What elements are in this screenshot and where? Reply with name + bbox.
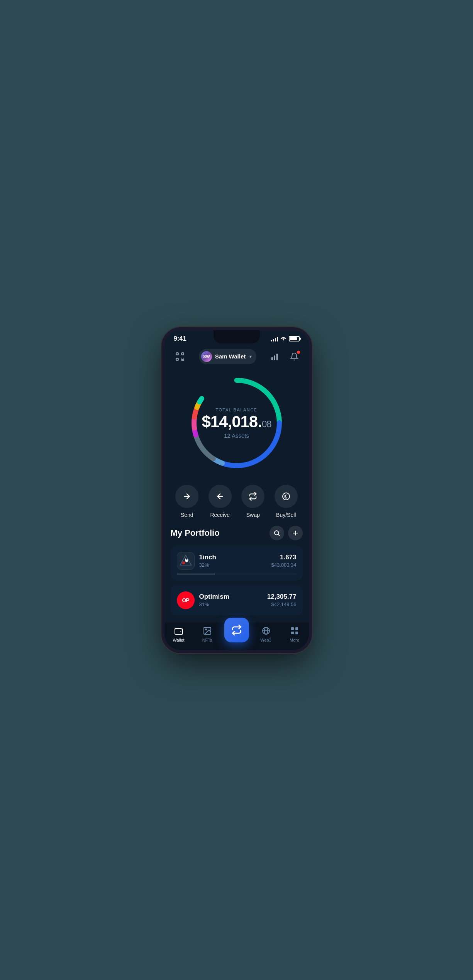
- send-action[interactable]: Send: [175, 485, 198, 518]
- swap-label: Swap: [246, 512, 260, 518]
- asset-row-optimism: OP Optimism 31% 12,305.77 $42,149.56: [177, 591, 297, 609]
- svg-point-34: [205, 629, 207, 630]
- tab-fab-container: [224, 625, 249, 642]
- asset-info-optimism: Optimism 31%: [199, 593, 263, 607]
- portfolio-section: My Portfolio: [164, 526, 309, 622]
- web3-tab-icon: [261, 625, 271, 636]
- asset-name-optimism: Optimism: [199, 593, 263, 601]
- notch: [214, 330, 260, 343]
- actions-row: Send Receive: [164, 481, 309, 526]
- signal-icon: [271, 336, 278, 341]
- svg-rect-41: [295, 632, 298, 634]
- receive-icon: [209, 485, 232, 508]
- notifications-button[interactable]: [287, 350, 301, 363]
- nfts-tab-icon: [202, 625, 213, 636]
- avatar: SW: [201, 351, 212, 362]
- svg-rect-10: [276, 353, 278, 360]
- svg-rect-9: [274, 355, 275, 360]
- wallet-name: Sam Wallet: [215, 353, 246, 360]
- header: SW Sam Wallet ▾: [164, 346, 309, 369]
- receive-label: Receive: [210, 512, 230, 518]
- wallet-selector[interactable]: SW Sam Wallet ▾: [199, 349, 256, 364]
- portfolio-add-button[interactable]: [288, 526, 303, 540]
- status-icons: [271, 336, 300, 341]
- balance-label: TOTAL BALANCE: [202, 407, 271, 412]
- asset-name-1inch: 1inch: [199, 554, 267, 561]
- svg-rect-0: [176, 353, 178, 355]
- receive-action[interactable]: Receive: [209, 485, 232, 518]
- asset-logo-1inch: [177, 552, 195, 570]
- svg-rect-32: [175, 629, 183, 634]
- portfolio-actions: [270, 526, 303, 540]
- asset-logo-optimism: OP: [177, 591, 195, 609]
- stats-button[interactable]: [268, 350, 282, 363]
- asset-amount-optimism: 12,305.77: [267, 593, 297, 601]
- balance-center: TOTAL BALANCE $14,018.08 12 Assets: [202, 407, 271, 438]
- portfolio-title: My Portfolio: [171, 528, 220, 538]
- svg-rect-40: [291, 632, 294, 634]
- asset-values-optimism: 12,305.77 $42,149.56: [267, 593, 297, 607]
- notification-badge: [297, 350, 300, 354]
- wallet-tab-label: Wallet: [173, 638, 184, 642]
- asset-row-1inch: 1inch 32% 1.673 $43,003.34: [177, 552, 297, 570]
- buysell-label: Buy/Sell: [276, 512, 296, 518]
- more-tab-icon: [289, 625, 300, 636]
- wallet-tab-icon: [173, 625, 184, 636]
- phone-frame: 9:41: [161, 327, 312, 653]
- buysell-icon: $: [275, 485, 298, 508]
- donut-section: TOTAL BALANCE $14,018.08 12 Assets: [164, 369, 309, 481]
- battery-icon: [289, 336, 300, 341]
- swap-fab-button[interactable]: [224, 618, 249, 642]
- more-tab-label: More: [290, 638, 299, 642]
- progress-bar-1inch: [177, 574, 297, 574]
- balance-amount: $14,018.08: [202, 413, 271, 430]
- balance-whole: $14,018.: [202, 412, 262, 430]
- swap-icon: [241, 485, 264, 508]
- status-time: 9:41: [174, 335, 186, 343]
- tab-wallet[interactable]: Wallet: [167, 625, 190, 642]
- svg-rect-8: [271, 357, 273, 360]
- portfolio-search-button[interactable]: [270, 526, 284, 540]
- portfolio-header: My Portfolio: [171, 526, 303, 540]
- chevron-down-icon: ▾: [249, 354, 252, 359]
- asset-info-1inch: 1inch 32%: [199, 554, 267, 568]
- battery-fill: [290, 337, 297, 340]
- buysell-action[interactable]: $ Buy/Sell: [275, 485, 298, 518]
- asset-usd-optimism: $42,149.56: [267, 601, 297, 607]
- phone-screen: 9:41: [164, 330, 309, 650]
- svg-line-25: [278, 534, 279, 535]
- asset-amount-1inch: 1.673: [271, 554, 296, 561]
- svg-rect-38: [291, 627, 294, 630]
- svg-rect-1: [181, 353, 183, 355]
- svg-point-29: [182, 561, 185, 564]
- nfts-tab-label: NFTs: [202, 638, 212, 642]
- svg-point-31: [185, 558, 187, 560]
- asset-card-1inch[interactable]: 1inch 32% 1.673 $43,003.34: [171, 546, 303, 581]
- web3-tab-label: Web3: [260, 638, 271, 642]
- tab-bar: Wallet NFTs: [164, 622, 309, 650]
- asset-card-optimism[interactable]: OP Optimism 31% 12,305.77 $42,149.56: [171, 585, 303, 615]
- asset-percent-1inch: 32%: [199, 562, 267, 568]
- svg-rect-2: [176, 358, 178, 360]
- svg-rect-39: [295, 627, 298, 630]
- send-icon: [175, 485, 198, 508]
- asset-usd-1inch: $43,003.34: [271, 562, 296, 568]
- balance-donut: TOTAL BALANCE $14,018.08 12 Assets: [186, 373, 287, 473]
- balance-assets: 12 Assets: [202, 432, 271, 438]
- tab-web3[interactable]: Web3: [254, 625, 278, 642]
- swap-action[interactable]: Swap: [241, 485, 264, 518]
- scan-button[interactable]: [172, 349, 188, 364]
- balance-cents: 08: [262, 418, 271, 429]
- header-right-actions: [268, 350, 301, 363]
- asset-percent-optimism: 31%: [199, 601, 263, 607]
- asset-values-1inch: 1.673 $43,003.34: [271, 554, 296, 568]
- wifi-icon: [280, 336, 287, 341]
- tab-more[interactable]: More: [283, 625, 306, 642]
- send-label: Send: [181, 512, 193, 518]
- tab-nfts[interactable]: NFTs: [196, 625, 219, 642]
- progress-fill-1inch: [177, 574, 215, 574]
